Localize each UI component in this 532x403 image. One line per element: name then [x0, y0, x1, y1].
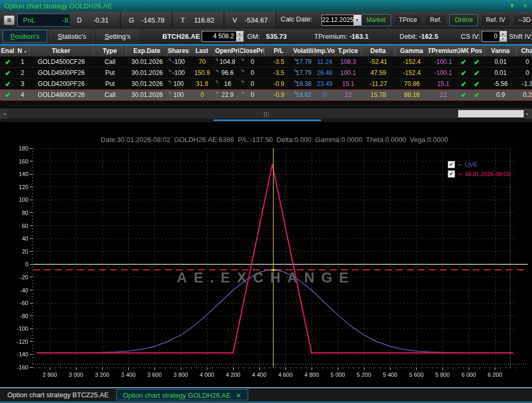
col-header-vol[interactable]: Volatili	[293, 46, 314, 56]
cell-vanna: -5.56	[484, 79, 517, 89]
cell-tprice: 22	[335, 90, 361, 100]
col-header-exp[interactable]: Exp.Date	[127, 46, 168, 56]
cell-exp: 30.01.2026	[127, 79, 168, 89]
caret-down-icon[interactable]: ▼	[509, 2, 515, 9]
price-value[interactable]: 4 508.2	[202, 31, 236, 41]
col-header-gmc[interactable]: GMC	[458, 46, 469, 56]
cell-value: 22.9	[221, 91, 234, 99]
greek-value: -0.31	[82, 16, 120, 24]
cell-value: -1.3	[522, 80, 532, 88]
splitter-handle[interactable]	[214, 119, 321, 121]
toolbar-button-online[interactable]: Online	[449, 14, 478, 26]
spin-up-icon[interactable]: ▲	[236, 31, 243, 37]
csiv-spinner[interactable]: 0 ▲ ▼	[482, 31, 507, 42]
cell-gmc: ✔	[458, 68, 469, 78]
cell-value: 30.01.2026	[131, 80, 163, 88]
cell-shares: ✎100	[168, 90, 190, 100]
legend-checkbox-icon[interactable]: ✔	[448, 170, 455, 178]
combo-arrow-icon[interactable]: ▼	[353, 15, 361, 25]
check-icon: ✔	[474, 58, 480, 66]
tab-statistic-s[interactable]: Statistic's	[50, 30, 94, 43]
cell-value: 0	[251, 80, 254, 88]
cell-open: ✎104.8	[215, 57, 240, 67]
col-header-impvol[interactable]: Imp.Vo	[314, 46, 335, 56]
edit-pencil-icon: ✎	[241, 69, 245, 74]
bottom-tab[interactable]: Option chart strategy BTCZ25.AE	[1, 389, 115, 400]
spin-down-icon[interactable]: ▼	[500, 37, 506, 42]
cell-value: 0	[251, 69, 254, 77]
col-header-type[interactable]: Type	[93, 46, 127, 56]
greek-label: G	[129, 16, 134, 24]
col-header-delta[interactable]: Delta	[361, 46, 395, 56]
cell-value: 31.9	[196, 80, 208, 88]
col-header-open[interactable]: OpenPri	[215, 46, 240, 56]
cell-close: ✎0	[240, 68, 264, 78]
svg-text:180: 180	[19, 145, 28, 151]
col-header-pos[interactable]: Pos	[469, 46, 484, 56]
col-header-tprice[interactable]: T.price	[335, 46, 361, 56]
cell-value: 0.01	[494, 69, 506, 77]
cell-value: 22	[440, 91, 447, 99]
toolbar-button--3d-[interactable]: --3D--	[513, 14, 532, 26]
option-strategy-window: Option chart strategy GOLDH26.AE ▼ ✕ ▦ P…	[0, 0, 532, 403]
svg-text:-100: -100	[17, 325, 28, 332]
price-spinner[interactable]: 4 508.2 ▲ ▼	[202, 31, 243, 42]
spin-up-icon[interactable]: ▲	[500, 31, 506, 37]
pnl-label: PnL	[23, 16, 35, 24]
col-header-tprem[interactable]: TPremium	[428, 46, 458, 56]
cell-value: 1	[21, 58, 25, 66]
cell-pl: -3.5	[264, 68, 293, 78]
legend-dash: –	[458, 170, 462, 178]
table-row[interactable]: ✔1GOLD4500CF26Call30.01.2026✎-10070✎104.…	[0, 57, 532, 68]
col-header-vanna[interactable]: Vanna	[484, 46, 517, 56]
edit-pencil-icon: ✎	[168, 91, 172, 96]
tab-setting-s[interactable]: Setting's	[97, 30, 138, 43]
cell-value: 0	[323, 91, 327, 99]
cell-value: -0.9	[273, 91, 284, 99]
edit-pencil-icon: ✎	[215, 80, 219, 85]
scroll-track[interactable]	[8, 110, 524, 118]
toolbar-button-tprice[interactable]: TPrice	[394, 14, 423, 26]
scroll-grip[interactable]	[263, 112, 269, 117]
col-header-gamma[interactable]: Gamma	[395, 46, 428, 56]
col-header-shares[interactable]: Shares	[168, 46, 190, 56]
toolbar-button-ref-[interactable]: Ref.	[425, 14, 447, 26]
col-header-cha[interactable]: Cha	[517, 46, 532, 56]
toolbar-button-market[interactable]: Market	[361, 14, 391, 26]
tab-position-s[interactable]: Position's	[3, 30, 47, 43]
legend-item[interactable]: ✔–30.01.2026-08:02	[448, 169, 510, 179]
csiv-value[interactable]: 0	[482, 31, 500, 41]
col-header-n[interactable]: N▲	[16, 46, 29, 56]
tab-close-icon[interactable]: ✕	[236, 392, 241, 399]
col-header-en[interactable]: Enal	[0, 46, 16, 56]
scroll-thumb[interactable]	[458, 110, 524, 117]
table-row[interactable]: ✔3GOLD4200PF26Put30.01.2026✎10031.9✎16✎0…	[0, 79, 532, 90]
cell-shares: ✎100	[168, 79, 190, 89]
col-header-last[interactable]: Last	[190, 46, 215, 56]
edit-pencil-icon: ✎	[215, 91, 219, 96]
greek-value: -534.67	[237, 16, 275, 24]
col-header-close[interactable]: ClosePri	[240, 46, 264, 56]
table-row[interactable]: ✔2GOLD4500PF26Put30.01.2026✎-100150.9✎96…	[0, 68, 532, 79]
cell-value: 150.9	[194, 69, 210, 77]
legend-checkbox-icon[interactable]: ✔	[448, 161, 455, 168]
cell-vol: ✎17.79	[293, 68, 314, 78]
cell-value: 11.24	[317, 58, 332, 66]
toolbar-button-ref-iv[interactable]: Ref. IV	[481, 14, 511, 26]
greek-segment: T116.82	[173, 12, 224, 29]
legend-item[interactable]: ✔–LIVE	[448, 160, 510, 169]
col-header-ticker[interactable]: Ticker	[29, 46, 93, 56]
cell-value: Call	[105, 91, 116, 99]
cell-cha: 0	[517, 68, 532, 78]
scroll-left-icon[interactable]: ◄	[1, 110, 8, 118]
h-scrollbar[interactable]: ◄ ►	[0, 108, 532, 118]
app-icon[interactable]: ▦	[4, 15, 15, 25]
table-row[interactable]: ✔4GOLD4800CF26Call30.01.2026✎1000✎22.9✎0…	[0, 90, 532, 101]
bottom-tab[interactable]: Option chart strategy GOLDH26.AE✕	[116, 389, 248, 400]
calc-date-combo[interactable]: 22.12.2025 ▼	[322, 15, 361, 26]
scroll-right-icon[interactable]: ►	[524, 110, 531, 118]
col-header-pl[interactable]: P/L	[264, 46, 293, 56]
cell-gamma: 70.86	[395, 79, 428, 89]
spin-down-icon[interactable]: ▼	[236, 37, 243, 42]
close-icon[interactable]: ✕	[523, 2, 528, 9]
